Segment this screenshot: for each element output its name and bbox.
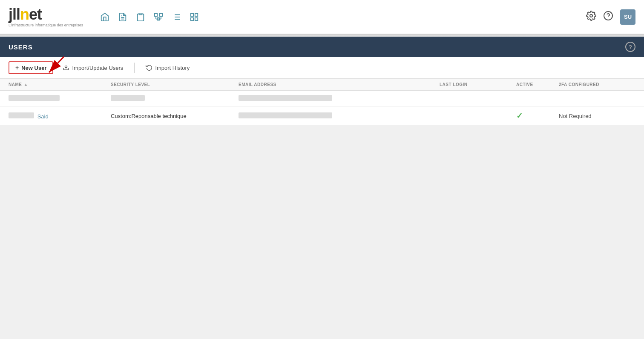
- import-history-button[interactable]: Import History: [140, 62, 196, 74]
- import-icon: [63, 64, 69, 72]
- table-row[interactable]: [0, 91, 644, 107]
- col-email: EMAIL ADDRESS: [239, 82, 440, 87]
- blurred-security: [111, 95, 145, 101]
- cell-name: Said: [9, 112, 111, 120]
- svg-rect-3: [155, 13, 157, 16]
- new-user-label: New User: [21, 65, 46, 71]
- nav-right: SU: [586, 9, 635, 25]
- active-checkmark: ✓: [516, 112, 523, 120]
- blurred-name: [9, 95, 60, 101]
- svg-point-20: [590, 14, 592, 17]
- cell-security-level: [111, 95, 239, 102]
- clipboard-icon[interactable]: [136, 12, 145, 22]
- cell-email: [239, 112, 440, 120]
- import-update-label: Import/Update Users: [72, 65, 123, 71]
- toolbar-divider: [134, 63, 135, 73]
- page-header: USERS ?: [0, 37, 644, 57]
- col-active: ACTIVE: [516, 82, 559, 87]
- avatar[interactable]: SU: [620, 9, 635, 25]
- users-table: NAME ▲ SECURITY LEVEL EMAIL ADDRESS LAST…: [0, 79, 644, 125]
- home-icon[interactable]: [100, 12, 109, 22]
- user-name-link[interactable]: Said: [37, 113, 49, 120]
- svg-rect-16: [191, 13, 193, 16]
- logo: jllnet L'infrastructure informatique des…: [9, 7, 83, 27]
- settings-icon[interactable]: [586, 11, 596, 23]
- svg-rect-19: [195, 17, 198, 20]
- history-icon: [146, 64, 152, 72]
- nav-icons: [100, 12, 586, 22]
- import-history-label: Import History: [155, 65, 190, 71]
- content-area: [0, 125, 644, 339]
- document-icon[interactable]: [118, 12, 127, 22]
- cell-security-level: Custom:Reponsable technique: [111, 113, 239, 119]
- page-help-button[interactable]: ?: [625, 42, 635, 52]
- list-icon[interactable]: [172, 12, 181, 22]
- top-nav: jllnet L'infrastructure informatique des…: [0, 0, 644, 34]
- cell-email: [239, 95, 440, 102]
- blurred-email: [239, 95, 332, 101]
- svg-rect-17: [195, 13, 198, 16]
- page-title: USERS: [9, 43, 33, 51]
- cell-2fa: Not Required: [559, 113, 635, 119]
- svg-rect-2: [139, 13, 142, 14]
- cell-active: ✓: [516, 111, 559, 121]
- toolbar: + New User Import/Update Users Import Hi…: [0, 57, 644, 79]
- grid-icon[interactable]: [190, 12, 199, 22]
- col-name: NAME ▲: [9, 82, 111, 87]
- svg-rect-4: [160, 13, 162, 16]
- diagram-icon[interactable]: [154, 12, 163, 22]
- logo-subtitle: L'infrastructure informatique des entrep…: [9, 23, 83, 27]
- help-icon[interactable]: [603, 11, 613, 23]
- col-last-login: LAST LOGIN: [440, 82, 516, 87]
- logo-text: jllnet: [9, 7, 83, 22]
- table-header: NAME ▲ SECURITY LEVEL EMAIL ADDRESS LAST…: [0, 79, 644, 91]
- import-update-button[interactable]: Import/Update Users: [57, 62, 129, 74]
- col-2fa: 2FA CONFIGURED: [559, 82, 635, 87]
- blurred-email-2: [239, 112, 332, 118]
- table-row[interactable]: Said Custom:Reponsable technique ✓ Not R…: [0, 107, 644, 125]
- cell-name: [9, 95, 111, 102]
- plus-icon: +: [15, 64, 19, 71]
- new-user-button[interactable]: + New User: [9, 61, 53, 74]
- col-security-level: SECURITY LEVEL: [111, 82, 239, 87]
- svg-rect-18: [191, 17, 193, 20]
- sort-arrow-icon: ▲: [23, 82, 28, 87]
- blurred-name-prefix: [9, 112, 34, 118]
